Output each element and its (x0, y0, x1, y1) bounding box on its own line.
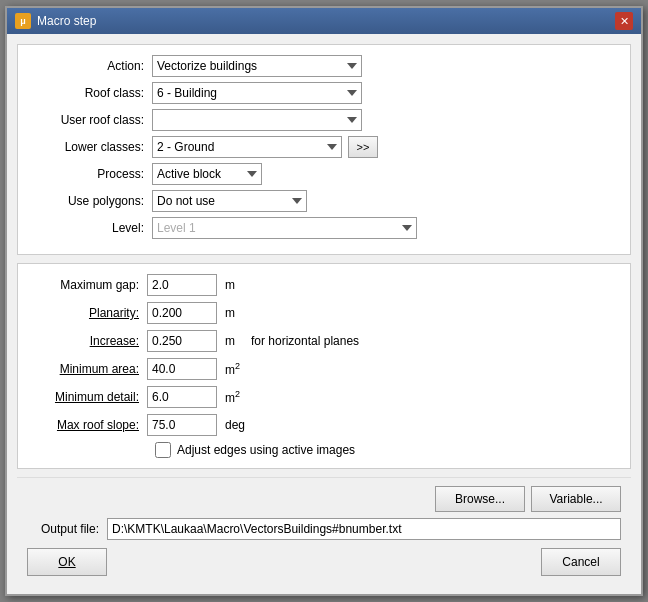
level-select[interactable]: Level 1 (152, 217, 417, 239)
increase-label: Increase: (32, 334, 147, 348)
level-row: Level: Level 1 (32, 217, 616, 239)
action-buttons-row: OK Cancel (27, 548, 621, 576)
adjust-edges-checkbox[interactable] (155, 442, 171, 458)
use-polygons-label: Use polygons: (32, 194, 152, 208)
max-gap-label: Maximum gap: (32, 278, 147, 292)
bottom-section: Browse... Variable... Output file: OK Ca… (17, 477, 631, 584)
adjust-edges-row: Adjust edges using active images (155, 442, 616, 458)
action-form-section: Action: Vectorize buildings Roof class: … (17, 44, 631, 255)
use-polygons-row: Use polygons: Do not use (32, 190, 616, 212)
max-roof-row: Max roof slope: deg (32, 414, 616, 436)
adjust-edges-label: Adjust edges using active images (177, 443, 355, 457)
planarity-unit: m (225, 306, 235, 320)
variable-button[interactable]: Variable... (531, 486, 621, 512)
browse-button[interactable]: Browse... (435, 486, 525, 512)
close-button[interactable]: ✕ (615, 12, 633, 30)
user-roof-label: User roof class: (32, 113, 152, 127)
roof-class-label: Roof class: (32, 86, 152, 100)
max-roof-unit: deg (225, 418, 245, 432)
ok-button[interactable]: OK (27, 548, 107, 576)
action-label: Action: (32, 59, 152, 73)
titlebar-left: μ Macro step (15, 13, 96, 29)
titlebar: μ Macro step ✕ (7, 8, 641, 34)
output-label: Output file: (27, 522, 107, 536)
roof-class-select[interactable]: 6 - Building (152, 82, 362, 104)
min-area-unit: m2 (225, 361, 240, 377)
user-roof-select[interactable] (152, 109, 362, 131)
use-polygons-select[interactable]: Do not use (152, 190, 307, 212)
process-label: Process: (32, 167, 152, 181)
min-detail-input[interactable] (147, 386, 217, 408)
increase-input[interactable] (147, 330, 217, 352)
level-label: Level: (32, 221, 152, 235)
user-roof-row: User roof class: (32, 109, 616, 131)
action-select[interactable]: Vectorize buildings (152, 55, 362, 77)
planarity-row: Planarity: m (32, 302, 616, 324)
process-row: Process: Active block (32, 163, 616, 185)
cancel-button[interactable]: Cancel (541, 548, 621, 576)
min-area-input[interactable] (147, 358, 217, 380)
increase-note: for horizontal planes (251, 334, 359, 348)
min-detail-row: Minimum detail: m2 (32, 386, 616, 408)
roof-class-row: Roof class: 6 - Building (32, 82, 616, 104)
browse-row: Browse... Variable... (27, 486, 621, 512)
min-detail-label: Minimum detail: (32, 390, 147, 404)
max-gap-input[interactable] (147, 274, 217, 296)
max-roof-input[interactable] (147, 414, 217, 436)
app-icon: μ (15, 13, 31, 29)
macro-step-dialog: μ Macro step ✕ Action: Vectorize buildin… (5, 6, 643, 596)
dialog-content: Action: Vectorize buildings Roof class: … (7, 34, 641, 594)
min-area-label: Minimum area: (32, 362, 147, 376)
output-file-input[interactable] (107, 518, 621, 540)
planarity-input[interactable] (147, 302, 217, 324)
output-row: Output file: (27, 518, 621, 540)
lower-classes-row: Lower classes: 2 - Ground >> (32, 136, 616, 158)
planarity-label: Planarity: (32, 306, 147, 320)
increase-unit: m (225, 334, 235, 348)
min-area-row: Minimum area: m2 (32, 358, 616, 380)
window-title: Macro step (37, 14, 96, 28)
params-section: Maximum gap: m Planarity: m Increase: m … (17, 263, 631, 469)
min-detail-unit: m2 (225, 389, 240, 405)
max-roof-label: Max roof slope: (32, 418, 147, 432)
max-gap-unit: m (225, 278, 235, 292)
chevron-button[interactable]: >> (348, 136, 378, 158)
process-select[interactable]: Active block (152, 163, 262, 185)
lower-classes-select[interactable]: 2 - Ground (152, 136, 342, 158)
max-gap-row: Maximum gap: m (32, 274, 616, 296)
increase-row: Increase: m for horizontal planes (32, 330, 616, 352)
action-row: Action: Vectorize buildings (32, 55, 616, 77)
lower-classes-label: Lower classes: (32, 140, 152, 154)
